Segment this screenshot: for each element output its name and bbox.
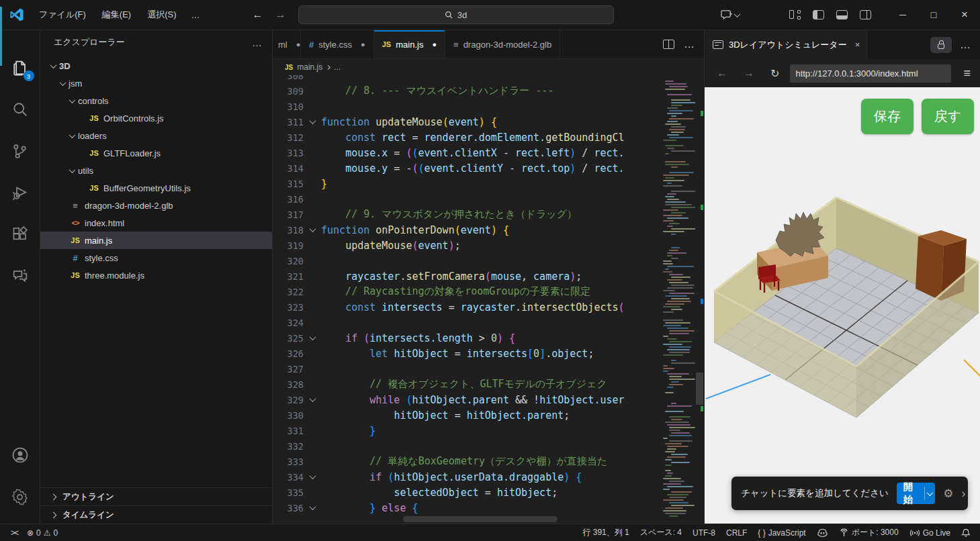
lock-button[interactable] [930, 37, 952, 53]
menu-edit[interactable]: 編集(E) [95, 6, 138, 23]
tree-item-loaders[interactable]: loaders [40, 127, 272, 144]
copilot-status-icon[interactable] [817, 528, 828, 538]
code-line-323[interactable]: 323 const intersects = raycaster.interse… [273, 299, 695, 315]
editor-more-icon[interactable]: … [684, 38, 695, 50]
start-dropdown-icon[interactable] [924, 491, 935, 496]
browser-tab[interactable]: 3Dレイアウトシミュレーター × [705, 30, 868, 59]
scrollbar-thumb[interactable] [696, 373, 703, 405]
code-line-316[interactable]: 316 [273, 191, 695, 207]
tab-dragon-glb[interactable]: ≡ dragon-3d-model-2.glb [445, 30, 560, 58]
reset-button[interactable]: 戻す [922, 99, 974, 134]
code-line-324[interactable]: 324 [273, 315, 695, 330]
source-control-icon[interactable] [5, 136, 36, 166]
command-center-search[interactable]: 3d [298, 5, 614, 24]
browser-forward-icon[interactable]: → [738, 67, 760, 79]
tree-item-three-module-js[interactable]: JSthree.module.js [40, 266, 272, 284]
toggle-secondary-sidebar-icon[interactable] [860, 10, 871, 19]
customize-layout-icon[interactable] [789, 10, 801, 19]
timeline-section[interactable]: タイムライン [40, 505, 272, 524]
browser-back-icon[interactable]: ← [711, 67, 733, 79]
code-line-309[interactable]: 309 // 8. --- マウスイベントハンドラー --- [273, 83, 695, 99]
toggle-sidebar-icon[interactable] [813, 10, 824, 19]
problems-indicator[interactable]: ⊗ 0 ⚠ 0 [27, 528, 58, 538]
toggle-panel-icon[interactable] [836, 10, 848, 19]
code-line-334[interactable]: 334 if (hitObject.userData.draggable) { [273, 469, 695, 485]
code-line-326[interactable]: 326 let hitObject = intersects[0].object… [273, 346, 695, 361]
code-line-329[interactable]: 329 while (hitObject.parent && !hitObjec… [273, 392, 695, 407]
code-line-318[interactable]: 318function onPointerDown(event) { [273, 222, 695, 238]
start-button[interactable]: 開始 [897, 483, 936, 504]
minimize-button[interactable]: ─ [887, 0, 918, 30]
breadcrumb[interactable]: JS main.js ... [273, 59, 704, 75]
code-line-331[interactable]: 331 } [273, 423, 695, 438]
explorer-icon[interactable]: 3 [5, 53, 36, 83]
browser-more-icon[interactable]: … [960, 39, 971, 51]
notifications-bell-icon[interactable] [961, 528, 971, 538]
code-line-328[interactable]: 328 // 複合オブジェクト、GLTFモデルの子オブジェク [273, 377, 695, 392]
tree-item-dragon-3d-model-2-glb[interactable]: ≡dragon-3d-model-2.glb [40, 197, 272, 214]
indentation[interactable]: スペース: 4 [640, 527, 682, 538]
run-debug-icon[interactable] [5, 178, 36, 207]
maximize-button[interactable]: □ [918, 0, 949, 30]
code-line-330[interactable]: 330 hitObject = hitObject.parent; [273, 407, 695, 423]
encoding[interactable]: UTF-8 [693, 528, 715, 538]
search-sidebar-icon[interactable] [5, 95, 36, 124]
save-button[interactable]: 保存 [861, 99, 914, 134]
tab-style-css[interactable]: # style.css ● [301, 30, 374, 58]
chat-next-icon[interactable]: › [962, 487, 966, 501]
tree-item-index-html[interactable]: <>index.html [40, 214, 272, 232]
code-line-310[interactable]: 310 [273, 99, 695, 114]
code-line-335[interactable]: 335 selectedObject = hitObject; [273, 485, 695, 500]
forward-arrow-icon[interactable]: → [275, 9, 286, 21]
vertical-scrollbar[interactable] [696, 30, 703, 524]
sidebar-more-icon[interactable]: … [252, 37, 263, 48]
split-editor-icon[interactable] [663, 40, 674, 49]
code-line-314[interactable]: 314 mouse.y = -((event.clientY - rect.to… [273, 160, 695, 176]
tree-item-3d[interactable]: 3D [40, 57, 272, 75]
tree-item-main-js[interactable]: JSmain.js [40, 232, 272, 249]
modified-dot[interactable]: ● [296, 40, 301, 48]
code-line-319[interactable]: 319 updateMouse(event); [273, 238, 695, 253]
url-input[interactable]: http://127.0.0.1:3000/index.html [790, 64, 951, 83]
tree-item-buffergeometryutils-js[interactable]: JSBufferGeometryUtils.js [40, 179, 272, 197]
threejs-scene[interactable] [705, 87, 980, 524]
code-editor[interactable]: 308309 // 8. --- マウスイベントハンドラー ---310311f… [273, 75, 695, 524]
tab-index-html[interactable]: ml ● [273, 30, 301, 58]
remote-indicator-icon[interactable]: >< [11, 528, 17, 538]
menu-file[interactable]: ファイル(F) [32, 6, 93, 23]
modified-dot[interactable]: ● [361, 40, 365, 48]
chat-icon[interactable] [5, 261, 36, 291]
outline-section[interactable]: アウトライン [40, 487, 272, 505]
tree-item-utils[interactable]: utils [40, 162, 272, 179]
horizontal-scrollbar[interactable] [403, 516, 558, 522]
tree-item-jsm[interactable]: jsm [40, 75, 272, 92]
port-indicator[interactable]: ポート: 3000 [839, 527, 899, 538]
tree-item-style-css[interactable]: #style.css [40, 249, 272, 266]
tree-item-orbitcontrols-js[interactable]: JSOrbitControls.js [40, 109, 272, 127]
code-line-322[interactable]: 322 // Raycastingの対象をroomGroupの子要素に限定 [273, 284, 695, 299]
code-line-308[interactable]: 308 [273, 75, 695, 83]
tree-item-controls[interactable]: controls [40, 92, 272, 109]
code-line-332[interactable]: 332 [273, 438, 695, 454]
menu-more-icon[interactable]: … [186, 7, 206, 23]
account-icon[interactable] [5, 440, 36, 470]
code-line-327[interactable]: 327 [273, 361, 695, 377]
close-button[interactable]: × [949, 0, 980, 30]
language-mode[interactable]: { } JavaScript [758, 528, 805, 538]
tab-main-js[interactable]: JS main.js ● [374, 30, 445, 58]
minimap[interactable] [662, 75, 695, 524]
tree-item-gltfloader-js[interactable]: JSGLTFLoader.js [40, 144, 272, 162]
chat-settings-icon[interactable]: ⚙ [943, 487, 953, 501]
extensions-icon[interactable] [5, 219, 36, 249]
code-line-315[interactable]: 315} [273, 176, 695, 191]
menu-selection[interactable]: 選択(S) [140, 6, 183, 23]
code-line-320[interactable]: 320 [273, 253, 695, 268]
eol-sequence[interactable]: CRLF [726, 528, 747, 538]
code-line-336[interactable]: 336 } else { [273, 500, 695, 515]
back-arrow-icon[interactable]: ← [253, 9, 263, 21]
code-line-333[interactable]: 333 // 単純なBoxGeometry（デスクや棚）が直接当た [273, 454, 695, 469]
browser-menu-icon[interactable]: ≡ [963, 66, 973, 81]
close-tab-icon[interactable]: × [855, 40, 860, 50]
settings-gear-icon[interactable] [5, 482, 36, 511]
code-line-311[interactable]: 311function updateMouse(event) { [273, 114, 695, 130]
